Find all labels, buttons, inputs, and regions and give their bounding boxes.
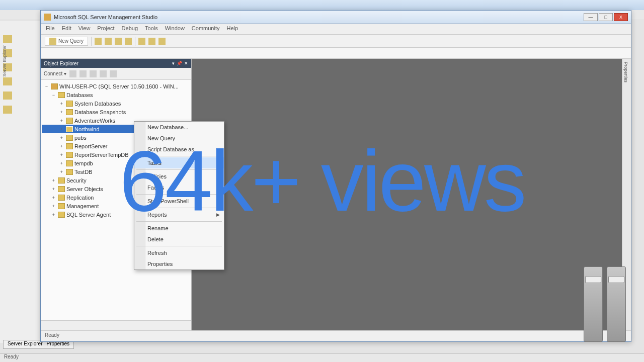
tree-snapshots-node[interactable]: +Database Snapshots [42,108,190,116]
submenu-arrow-icon: ▶ [216,147,220,152]
toolbar-icon[interactable] [115,38,122,45]
folder-icon[interactable] [3,92,12,100]
context-menu-item[interactable]: Start PowerShell [134,196,224,207]
ssms-toolbar: New Query [41,35,631,48]
folder-icon [58,92,65,98]
menu-help[interactable]: Help [226,25,238,33]
menu-edit[interactable]: Edit [62,25,71,33]
ssms-title: Microsoft SQL Server Management Studio [54,14,157,20]
database-icon [66,169,73,175]
server-icon [51,83,58,89]
new-query-icon [49,38,56,45]
menu-window[interactable]: Window [165,25,185,33]
toolbar-icon[interactable] [90,70,97,77]
ssms-titlebar[interactable]: Microsoft SQL Server Management Studio —… [41,11,631,24]
dropdown-icon[interactable]: ▾ [172,61,175,66]
toolbar-separator [91,37,92,46]
object-explorer-toolbar: Connect ▾ [41,68,191,80]
vs-titlebar [0,0,644,10]
database-icon [66,135,73,141]
menu-view[interactable]: View [78,25,91,33]
toolbar-icon[interactable] [125,38,132,45]
ssms-toolbar-2 [41,48,631,59]
toolbar-icon[interactable] [105,38,112,45]
submenu-arrow-icon: ▶ [216,212,220,217]
database-icon [66,118,73,124]
vs-left-panel: Server Explorer [0,21,40,343]
folder-icon [66,101,73,107]
context-menu-item[interactable]: Policies▶ [134,171,224,182]
app-icon [44,14,51,21]
ssms-menubar: File Edit View Project Debug Tools Windo… [41,24,631,35]
ssms-status-bar: Ready [41,330,631,341]
database-icon [66,152,73,158]
close-button[interactable]: X [614,13,628,21]
folder-icon [66,109,73,115]
object-explorer-titlebar[interactable]: Object Explorer ▾ 📌 ✕ [41,59,191,68]
tree-databases-node[interactable]: −Databases [42,90,190,99]
vs-left-label[interactable]: Server Explorer [0,43,9,79]
volume-thumb[interactable] [585,276,601,283]
folder-icon [58,212,65,218]
pin-icon[interactable]: 📌 [177,61,182,66]
context-menu-item[interactable]: Properties [134,258,224,269]
toolbar-icon[interactable] [158,38,166,45]
menu-community[interactable]: Community [192,25,220,33]
menu-project[interactable]: Project [97,25,114,33]
minimize-button[interactable]: — [584,13,598,21]
toolbar-icon[interactable] [69,70,76,77]
database-icon [66,126,73,132]
ssms-window: Microsoft SQL Server Management Studio —… [40,10,631,342]
object-explorer-title: Object Explorer [44,61,78,66]
tree-sysdb-node[interactable]: +System Databases [42,99,190,108]
context-menu-separator [136,208,222,208]
folder-icon[interactable] [3,106,12,114]
menu-debug[interactable]: Debug [122,25,138,33]
context-menu-item[interactable]: New Query [134,133,224,144]
context-menu-separator [136,194,222,195]
database-icon [66,160,73,166]
context-menu-item[interactable]: Facets [134,182,224,193]
object-explorer-tab[interactable] [41,320,191,330]
menu-tools[interactable]: Tools [145,25,158,33]
volume-thumb[interactable] [608,276,624,283]
vs-status-bar: Ready [0,353,644,362]
close-icon[interactable]: ✕ [184,61,188,66]
tree-server-node[interactable]: −WIN-USER-PC (SQL Server 10.50.1600 - WI… [42,82,190,90]
volume-track[interactable] [584,266,603,342]
folder-icon [58,195,65,201]
ssms-body: Object Explorer ▾ 📌 ✕ Connect ▾ −WIN-USE… [41,59,631,330]
volume-popup[interactable] [584,266,634,342]
folder-icon [58,177,65,184]
filter-icon[interactable] [110,70,117,77]
context-menu-separator [136,156,222,156]
context-menu-item[interactable]: Rename [134,223,224,234]
toolbar-icon[interactable] [79,70,87,77]
volume-track[interactable] [607,266,626,342]
properties-label: Properties [622,59,629,85]
menu-file[interactable]: File [46,25,55,33]
context-menu-item[interactable]: Refresh [134,247,224,258]
context-menu-separator [136,246,222,246]
refresh-icon[interactable] [100,70,107,77]
folder-icon[interactable] [3,35,12,43]
toolbar-icon[interactable] [138,38,145,45]
database-icon [66,143,73,149]
context-menu-item[interactable]: Delete [134,234,224,245]
maximize-button[interactable]: □ [599,13,613,21]
folder-icon [58,203,65,209]
context-menu-item[interactable]: Script Database as▶ [134,144,224,155]
connect-button[interactable]: Connect ▾ [44,71,66,76]
context-menu-item[interactable]: New Database... [134,122,224,133]
toolbar-icon[interactable] [95,38,102,45]
context-menu-item[interactable]: Tasks▶ [134,157,224,168]
new-query-button[interactable]: New Query [45,37,88,46]
context-menu-separator [136,221,222,222]
vs-tab-server-explorer[interactable]: Server Explorer [8,341,42,348]
submenu-arrow-icon: ▶ [216,174,220,179]
vs-tab-properties[interactable]: Properties [46,341,69,348]
context-menu-item[interactable]: Reports▶ [134,209,224,220]
context-menu: New Database...New QueryScript Database … [134,121,224,270]
toolbar-icon[interactable] [148,38,155,45]
ssms-document-area: Properties [192,59,631,330]
